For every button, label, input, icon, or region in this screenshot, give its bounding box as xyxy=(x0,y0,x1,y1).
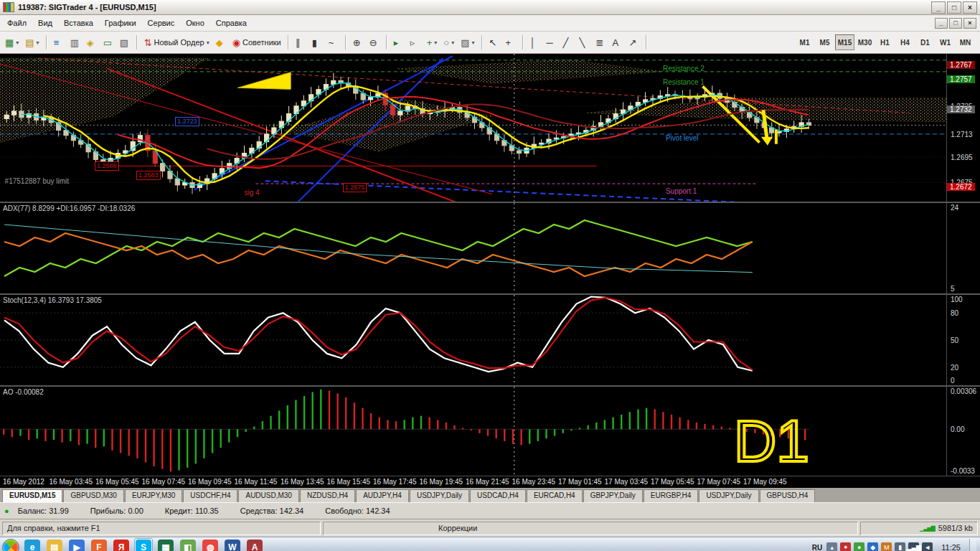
taskbar-yandex-icon[interactable]: Я xyxy=(113,540,129,551)
title-bar[interactable]: 119387: SIGTrader 4 - [EURUSD,M15] _ □ × xyxy=(0,0,980,15)
chart-tab-eurjpy-m30[interactable]: EURJPY,M30 xyxy=(125,489,182,502)
strategy-tester-button[interactable]: ▧ xyxy=(117,34,133,51)
chart-tab-gbpusd-m30[interactable]: GBPUSD,M30 xyxy=(63,489,123,502)
taskbar-explorer-icon[interactable]: ▤ xyxy=(47,540,62,551)
tray-update-icon[interactable]: ● xyxy=(854,542,864,551)
timeframe-h4-button[interactable]: H4 xyxy=(895,34,915,50)
taskbar-access-icon[interactable]: A xyxy=(247,540,263,551)
crosshair-button[interactable]: + xyxy=(503,34,519,51)
tray-network-icon[interactable]: ▂▄▆ xyxy=(908,542,919,551)
timeframe-h1-button[interactable]: H1 xyxy=(875,34,895,50)
price-pane[interactable]: Resistance 2Resistance 1Pivot levelSuppo… xyxy=(0,54,980,202)
new-order-button[interactable]: ⇅Новый Ордер▾ xyxy=(141,34,212,51)
menu-item-5[interactable]: Окно xyxy=(180,17,210,29)
taskbar-media-player-icon[interactable]: ▶ xyxy=(69,540,85,551)
horizontal-line-button[interactable]: ─ xyxy=(544,34,560,51)
mdi-close-button[interactable]: × xyxy=(963,18,976,29)
menu-item-3[interactable]: Графики xyxy=(99,17,142,29)
tray-volume-icon[interactable]: ◄ xyxy=(922,542,933,551)
text-tool-button[interactable]: A xyxy=(610,34,626,51)
chart-tab-audusd-m30[interactable]: AUDUSD,M30 xyxy=(238,489,298,502)
chart-tab-audjpy-h4[interactable]: AUDJPY,H4 xyxy=(356,489,409,502)
fibonacci-button[interactable]: ≣ xyxy=(593,34,609,51)
trendline-button[interactable]: ╱ xyxy=(560,34,576,51)
chart-tab-gbpjpy-daily[interactable]: GBPJPY,Daily xyxy=(583,489,643,502)
tray-usb-icon[interactable]: ▮ xyxy=(895,542,905,551)
taskbar-chrome-icon[interactable]: ◍ xyxy=(202,540,218,551)
price-plot[interactable] xyxy=(0,54,947,202)
zoom-out-icon: ⊖ xyxy=(369,38,377,47)
mdi-restore-button[interactable]: □ xyxy=(949,18,962,29)
chart-tab-gbpusd-h4[interactable]: GBPUSD,H4 xyxy=(760,489,816,502)
vertical-line-button[interactable]: │ xyxy=(527,34,543,51)
channel-button[interactable]: ╲ xyxy=(577,34,593,51)
mdi-minimize-button[interactable]: _ xyxy=(935,18,948,29)
timeframe-m1-button[interactable]: M1 xyxy=(795,34,814,50)
menu-item-2[interactable]: Вставка xyxy=(58,17,99,29)
new-chart-button[interactable]: ▦▾ xyxy=(2,34,22,51)
restore-button[interactable]: □ xyxy=(947,1,961,14)
market-watch-button[interactable]: ≡ xyxy=(51,34,67,51)
close-button[interactable]: × xyxy=(963,1,977,14)
minimize-button[interactable]: _ xyxy=(931,1,946,14)
menu-item-6[interactable]: Справка xyxy=(210,17,253,29)
terminal-button[interactable]: ▭ xyxy=(100,34,116,51)
alert-diamond-button[interactable]: ◆ xyxy=(213,34,229,51)
time-axis: 16 May 201216 May 03:4516 May 05:4516 Ma… xyxy=(0,476,980,488)
chart-tab-usdchf-h4[interactable]: USDCHF,H4 xyxy=(183,489,237,502)
tray-antivirus-icon[interactable]: ✦ xyxy=(840,542,851,551)
indicators-button[interactable]: +▾ xyxy=(424,34,440,51)
menu-item-4[interactable]: Сервис xyxy=(142,17,181,29)
chart-tab-eurcad-h4[interactable]: EURCAD,H4 xyxy=(527,489,583,502)
tray-mail-icon[interactable]: M xyxy=(881,542,892,551)
taskbar-firefox-icon[interactable]: F xyxy=(91,540,107,551)
chart-tab-eurusd-m15[interactable]: EURUSD,M15 xyxy=(2,489,62,502)
templates-button[interactable]: ▨▾ xyxy=(458,34,477,51)
profiles-button[interactable]: ▤▾ xyxy=(22,34,42,51)
tray-messenger-icon[interactable]: ◆ xyxy=(867,542,878,551)
chart-tab-usdjpy-daily[interactable]: USDJPY,Daily xyxy=(410,489,469,502)
taskbar-excel-icon[interactable]: ▦ xyxy=(158,540,174,551)
zoom-out-button[interactable]: ⊖ xyxy=(367,34,382,51)
adx-pane[interactable]: ADX(77) 8.8299 +DI:16.0957 -DI:18.0326 2… xyxy=(0,203,980,293)
arrows-tool-button[interactable]: ↗ xyxy=(626,34,642,51)
expert-advisors-button[interactable]: ◉Советники xyxy=(230,34,284,51)
timeframe-mn-button[interactable]: MN xyxy=(956,34,975,50)
chart-line-button[interactable]: ~ xyxy=(326,34,341,51)
taskbar-skype-icon[interactable]: S xyxy=(136,540,151,551)
timeframe-m5-button[interactable]: M5 xyxy=(815,34,834,50)
tray-hidden-icons-icon[interactable]: ▴ xyxy=(826,542,837,551)
timeframe-m30-button[interactable]: M30 xyxy=(855,34,875,50)
ao-plot[interactable]: D1 xyxy=(0,387,947,476)
chart-tab-eurgbp-h4[interactable]: EURGBP,H4 xyxy=(644,489,699,502)
taskbar-internet-explorer-icon[interactable]: e xyxy=(24,540,40,551)
chart-candles-button[interactable]: ▮ xyxy=(309,34,325,51)
stoch-pane[interactable]: Stoch(12,3,4) 16.3793 17.3805 1008050200 xyxy=(0,295,980,385)
ao-pane[interactable]: D1 AO -0.00082 0.003060.00-0.0033 xyxy=(0,387,980,476)
navigator-button[interactable]: ◈ xyxy=(84,34,100,51)
periods-button[interactable]: ○▾ xyxy=(440,34,457,51)
taskbar-word-icon[interactable]: W xyxy=(225,540,240,551)
adx-plot[interactable] xyxy=(0,203,947,293)
taskbar-app-green-icon[interactable]: ◧ xyxy=(180,540,196,551)
menu-item-0[interactable]: Файл xyxy=(1,17,32,29)
show-desktop-button[interactable] xyxy=(969,539,976,551)
chart-tab-usdjpy-daily[interactable]: USDJPY,Daily xyxy=(699,489,758,502)
timeframe-m15-button[interactable]: M15 xyxy=(835,34,854,50)
data-window-button[interactable]: ▥ xyxy=(67,34,83,51)
zoom-in-button[interactable]: ⊕ xyxy=(350,34,366,51)
taskbar-clock[interactable]: 11:25 xyxy=(937,543,965,551)
timeframe-w1-button[interactable]: W1 xyxy=(936,34,955,50)
language-indicator[interactable]: RU xyxy=(812,544,822,551)
chart-tab-nzdusd-h4[interactable]: NZDUSD,H4 xyxy=(300,489,355,502)
auto-scroll-button[interactable]: ▸ xyxy=(391,34,407,51)
chart-tab-usdcad-h4[interactable]: USDCAD,H4 xyxy=(470,489,526,502)
chart-bars-button[interactable]: ∥ xyxy=(293,34,308,51)
timeframe-d1-button[interactable]: D1 xyxy=(915,34,935,50)
chart-shift-button[interactable]: ▹ xyxy=(407,34,423,51)
cursor-button[interactable]: ↖ xyxy=(486,34,502,51)
start-button[interactable] xyxy=(2,539,19,551)
account-bar: ●Баланс: 31.99Прибыль: 0.00Кредит: 110.3… xyxy=(0,502,980,519)
menu-item-1[interactable]: Вид xyxy=(32,17,58,29)
stoch-plot[interactable] xyxy=(0,295,947,385)
